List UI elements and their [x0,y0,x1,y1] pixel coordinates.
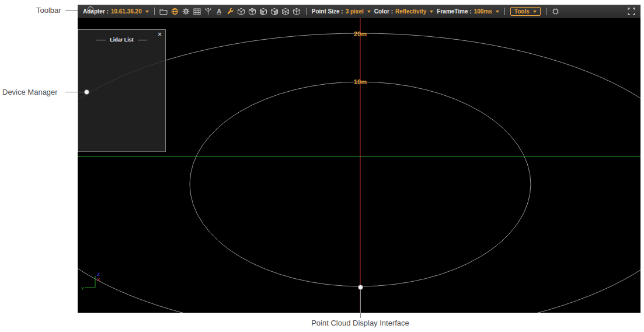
gear-icon[interactable] [180,6,192,17]
point-cloud-annotation-line [360,289,361,318]
cube-view-icon-5[interactable] [280,6,291,17]
frame-time-selector[interactable]: FrameTime : 100ms [437,8,499,15]
title-dash-left [96,40,106,40]
color-mode-label: Color : [374,8,393,15]
toolbar-divider [546,8,546,15]
point-size-label: Point Size : [312,8,343,15]
point-size-selector[interactable]: Point Size : 3 pixel [312,8,371,15]
point-cloud-annotation-label: Point Cloud Display Interface [273,319,448,327]
frame-time-value: 100ms [474,8,492,15]
font-icon[interactable]: A [214,6,225,17]
chevron-down-icon[interactable] [367,11,371,13]
color-mode-selector[interactable]: Color : Reflectivity [374,8,434,15]
tools-button[interactable]: Tools [510,7,541,16]
toolbar-annotation-line [65,10,78,11]
toolbar-annotation-label: Toolbar [36,6,61,15]
fullscreen-icon[interactable] [626,6,637,17]
cube-view-icon-3[interactable] [258,6,269,17]
chevron-down-icon[interactable] [496,11,499,13]
lidar-list-title-row: Lidar List [78,30,165,43]
axis-label-x: X [97,277,100,282]
lidar-list-panel: Lidar List × [78,29,166,152]
toolbar-divider [154,8,155,15]
toolbar-divider [504,8,505,15]
axis-label-y: Y [81,286,85,291]
axis-label-z: Z [97,272,100,277]
device-manager-annotation-line [65,92,84,92]
wrench-icon[interactable] [225,6,236,17]
font-icon-glyph: A [217,8,221,15]
range-ring-label-10m: 10m [354,78,367,85]
device-manager-annotation-marker [84,89,89,95]
device-manager-annotation-label: Device Manager [2,88,58,96]
cube-view-icon-2[interactable] [247,6,258,17]
chevron-down-icon [533,11,537,13]
folder-icon[interactable] [158,6,169,17]
adapter-status-icon [88,6,93,12]
frame-time-label: FrameTime : [437,8,471,15]
toolbar-divider [306,8,307,15]
toolbar: Adapter : 10.61.36.20 A [78,5,640,18]
tools-button-label: Tools [514,8,530,15]
adapter-label: Adapter : [83,8,109,15]
point-cloud-annotation-marker [358,285,363,290]
color-mode-value: Reflectivity [395,8,426,15]
close-icon[interactable]: × [158,31,162,38]
point-size-value: 3 pixel [346,8,364,15]
cube-view-icon-6[interactable] [291,6,302,17]
lidar-list-title: Lidar List [110,37,134,43]
point-cloud-display[interactable]: 20m 10m Y Z X Lidar List × [78,18,640,313]
table-icon[interactable] [192,6,203,17]
debug-icon[interactable] [550,6,561,17]
cube-view-icon-4[interactable] [269,6,280,17]
chevron-down-icon[interactable] [145,11,149,13]
chevron-down-icon[interactable] [430,11,433,13]
adapter-selector[interactable]: Adapter : 10.61.36.20 [83,8,149,15]
lidar-viewer-window: Adapter : 10.61.36.20 A [78,5,640,313]
device-tree-icon[interactable] [203,6,214,17]
globe-icon[interactable] [169,6,180,17]
cube-view-icon-1[interactable] [236,6,247,17]
title-dash-right [138,40,147,40]
adapter-value: 10.61.36.20 [111,8,142,15]
range-ring-label-20m: 20m [354,30,367,37]
